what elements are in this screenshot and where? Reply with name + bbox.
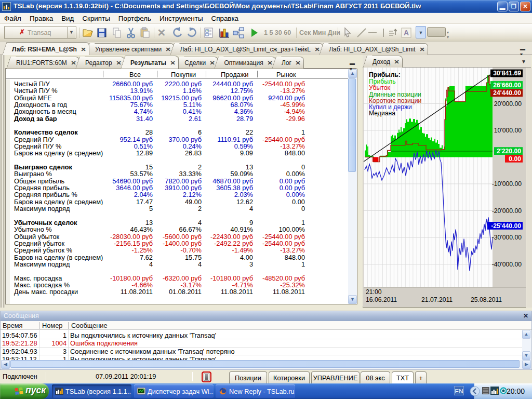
svg-text:16.06.2011: 16.06.2011 (366, 296, 397, 303)
svg-text:Медиана: Медиана (369, 110, 395, 117)
svg-text:21:00: 21:00 (366, 288, 382, 296)
svg-text:26'660.00: 26'660.00 (493, 82, 521, 89)
svg-text:20'000.00: 20'000.00 (494, 100, 522, 108)
svg-text:-30'000.00: -30'000.00 (492, 234, 522, 241)
svg-text:-25'440.00: -25'440.00 (491, 222, 521, 230)
svg-text:21.07.2011: 21.07.2011 (421, 296, 453, 303)
svg-text:30'841.69: 30'841.69 (493, 70, 521, 77)
svg-text:2'220.00: 2'220.00 (497, 148, 521, 155)
svg-text:0.00: 0.00 (509, 155, 521, 163)
svg-text:-10'000.00: -10'000.00 (492, 180, 522, 188)
svg-text:10'000.00: 10'000.00 (494, 127, 522, 134)
svg-text:-40'000.00: -40'000.00 (492, 261, 522, 268)
svg-text:Прибыль:: Прибыль: (369, 71, 401, 78)
svg-text:-20'000.00: -20'000.00 (492, 207, 522, 215)
svg-text:A: A (404, 29, 409, 37)
svg-text:25.08.2011: 25.08.2011 (471, 296, 502, 303)
svg-text:24'440.00: 24'440.00 (493, 89, 521, 97)
